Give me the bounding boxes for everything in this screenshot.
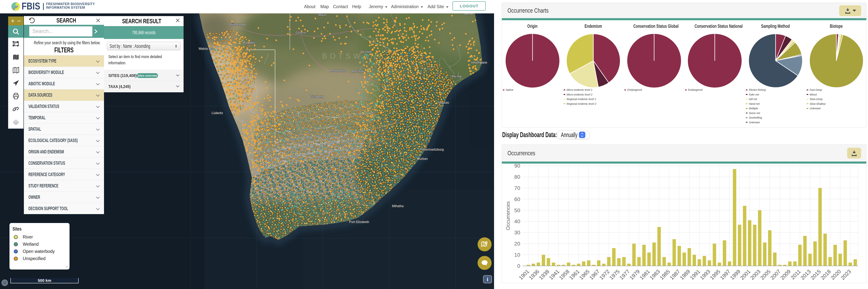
svg-text:1977: 1977 xyxy=(618,268,631,281)
svg-text:1983: 1983 xyxy=(649,268,661,281)
svg-text:Walvis Bay: Walvis Bay xyxy=(198,47,214,50)
svg-text:Mochudi: Mochudi xyxy=(351,69,364,73)
svg-text:1991: 1991 xyxy=(689,268,701,281)
svg-text:Maputo: Maputo xyxy=(438,101,449,104)
svg-text:Serowe: Serowe xyxy=(361,50,372,53)
svg-text:80: 80 xyxy=(514,174,520,180)
svg-text:Occurrences: Occurrences xyxy=(505,201,511,230)
svg-text:0: 0 xyxy=(517,263,520,269)
svg-text:2023: 2023 xyxy=(840,268,852,281)
svg-text:2011: 2011 xyxy=(789,268,802,281)
svg-text:1999: 1999 xyxy=(729,268,741,281)
svg-text:10: 10 xyxy=(514,252,520,258)
svg-text:2003: 2003 xyxy=(749,268,762,281)
svg-text:40: 40 xyxy=(514,218,520,224)
svg-text:2001: 2001 xyxy=(739,268,751,281)
svg-text:1989: 1989 xyxy=(679,268,691,281)
svg-text:1972: 1972 xyxy=(598,268,611,281)
svg-text:Port Elizabeth: Port Elizabeth xyxy=(349,220,369,224)
svg-text:1936: 1936 xyxy=(528,268,540,281)
svg-text:1941: 1941 xyxy=(548,268,561,281)
svg-text:2018: 2018 xyxy=(819,268,832,281)
svg-text:2009: 2009 xyxy=(779,268,792,281)
svg-text:Gobabis: Gobabis xyxy=(243,41,255,44)
svg-text:Ghanzi: Ghanzi xyxy=(296,31,306,34)
svg-text:30: 30 xyxy=(514,229,520,236)
svg-text:1975: 1975 xyxy=(608,268,621,281)
svg-text:Molepolole: Molepolole xyxy=(330,69,346,72)
svg-text:1987: 1987 xyxy=(669,268,681,281)
svg-text:Maun: Maun xyxy=(318,13,327,16)
svg-text:2005: 2005 xyxy=(759,268,772,281)
svg-text:1938: 1938 xyxy=(538,268,550,281)
svg-text:90: 90 xyxy=(514,164,520,169)
svg-text:Lüderitz: Lüderitz xyxy=(212,111,223,115)
svg-text:20: 20 xyxy=(514,241,520,247)
svg-text:Pietermaritzburg: Pietermaritzburg xyxy=(420,148,444,151)
svg-text:1985: 1985 xyxy=(659,268,671,281)
svg-text:1981: 1981 xyxy=(639,268,651,281)
svg-text:1979: 1979 xyxy=(628,268,641,281)
svg-text:1901: 1901 xyxy=(518,268,530,281)
svg-text:2015: 2015 xyxy=(809,268,822,281)
svg-text:1967: 1967 xyxy=(588,268,601,281)
svg-text:Xai-Xai: Xai-Xai xyxy=(452,74,462,78)
svg-text:1961: 1961 xyxy=(568,268,581,281)
svg-text:50: 50 xyxy=(514,208,520,213)
svg-text:2013: 2013 xyxy=(799,268,812,281)
svg-text:1958: 1958 xyxy=(558,268,570,281)
svg-text:1997: 1997 xyxy=(719,268,732,281)
svg-text:Mthatha: Mthatha xyxy=(392,204,404,208)
svg-text:1995: 1995 xyxy=(709,268,721,281)
svg-text:Tshabong: Tshabong xyxy=(310,95,324,98)
svg-text:2007: 2007 xyxy=(769,268,782,281)
svg-text:2020: 2020 xyxy=(830,268,842,281)
svg-text:Durban: Durban xyxy=(417,157,428,160)
svg-text:Beira: Beira xyxy=(465,13,472,15)
svg-text:Otjiwarongo: Otjiwarongo xyxy=(229,23,246,26)
svg-text:Inhambane: Inhambane xyxy=(471,61,487,64)
svg-text:60: 60 xyxy=(514,196,520,202)
svg-text:70: 70 xyxy=(514,185,520,191)
svg-text:1993: 1993 xyxy=(699,268,711,281)
svg-text:1965: 1965 xyxy=(578,268,591,281)
